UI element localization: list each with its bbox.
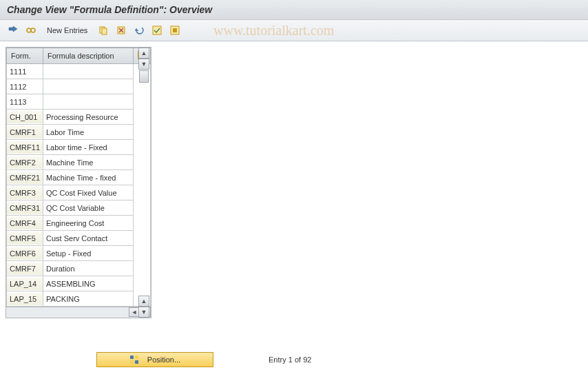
cell-desc: Duration bbox=[43, 262, 133, 275]
table-row[interactable]: LAP_14ASSEMBLING bbox=[7, 276, 151, 291]
svg-rect-10 bbox=[173, 28, 177, 32]
cell-desc: Processing Resource bbox=[43, 111, 133, 123]
cell-form: CMRF1 bbox=[7, 126, 43, 138]
cell-form: CMRF11 bbox=[7, 141, 43, 154]
entry-status: Entry 1 of 92 bbox=[269, 356, 311, 364]
cell-form: CMRF2 bbox=[7, 156, 43, 169]
toolbar: New Entries www.tutorialkart.com bbox=[0, 20, 588, 41]
cell-form: LAP_15 bbox=[7, 293, 43, 305]
cell-form[interactable]: 1112 bbox=[7, 81, 43, 93]
title-bar: Change View "Formula Definition": Overvi… bbox=[0, 0, 588, 20]
watermark: www.tutorialkart.com bbox=[213, 23, 334, 39]
cell-form: CMRF6 bbox=[7, 247, 43, 260]
scroll-down-button-bottom[interactable]: ▼ bbox=[138, 307, 149, 318]
table-row[interactable]: CH_001Processing Resource bbox=[7, 110, 151, 125]
content-area: Form. Formula description 1111 ▲ ▼ ▲ ▼ 1… bbox=[0, 41, 588, 324]
cell-form: CMRF3 bbox=[7, 187, 43, 199]
scroll-up-button[interactable]: ▲ bbox=[138, 48, 149, 59]
table-row[interactable]: CMRF2Machine Time bbox=[7, 155, 151, 170]
cell-form: CMRF7 bbox=[7, 262, 43, 275]
position-button[interactable]: Position... bbox=[96, 352, 213, 367]
table-container: Form. Formula description 1111 ▲ ▼ ▲ ▼ 1… bbox=[6, 47, 151, 318]
cell-desc: ASSEMBLING bbox=[43, 278, 133, 290]
data-table: Form. Formula description 1111 ▲ ▼ ▲ ▼ 1… bbox=[6, 48, 151, 307]
cell-desc: PACKING bbox=[43, 293, 133, 305]
cell-form: CH_001 bbox=[7, 111, 43, 123]
scroll-down-button[interactable]: ▼ bbox=[138, 59, 149, 70]
cell-form: CMRF5 bbox=[7, 232, 43, 245]
cell-desc: QC Cost Variable bbox=[43, 202, 133, 214]
scroll-thumb[interactable] bbox=[139, 70, 149, 83]
footer: Position... Entry 1 of 92 bbox=[0, 352, 588, 367]
svg-rect-11 bbox=[130, 356, 134, 359]
svg-point-0 bbox=[27, 28, 31, 32]
col-header-desc[interactable]: Formula description bbox=[43, 48, 134, 64]
table-row[interactable]: CMRF5Cust Serv Contact bbox=[7, 231, 151, 246]
svg-point-1 bbox=[31, 28, 35, 32]
cell-desc: Machine Time - fixed bbox=[43, 172, 133, 184]
table-row[interactable]: 1111 ▲ ▼ ▲ ▼ bbox=[7, 64, 151, 79]
svg-rect-13 bbox=[130, 360, 134, 364]
cell-desc: Labor Time bbox=[43, 126, 133, 138]
cell-desc: Cust Serv Contact bbox=[43, 232, 133, 245]
cell-form: LAP_14 bbox=[7, 278, 43, 290]
toggle-icon[interactable] bbox=[6, 23, 21, 38]
undo-icon[interactable] bbox=[132, 23, 147, 38]
deselect-all-icon[interactable] bbox=[167, 23, 182, 38]
col-header-form[interactable]: Form. bbox=[7, 48, 43, 64]
table-row[interactable]: LAP_15PACKING bbox=[7, 291, 151, 307]
svg-rect-8 bbox=[153, 26, 161, 34]
table-row[interactable]: CMRF6Setup - Fixed bbox=[7, 246, 151, 261]
copy-icon[interactable] bbox=[96, 23, 111, 38]
horizontal-scrollbar: ◄ ► bbox=[6, 307, 151, 318]
position-label: Position... bbox=[147, 356, 180, 364]
cell-desc: Labor time - Fixed bbox=[43, 141, 133, 154]
cell-desc: QC Cost Fixed Value bbox=[43, 187, 133, 199]
cell-desc bbox=[43, 100, 133, 104]
cell-desc: Engineering Cost bbox=[43, 217, 133, 229]
table-row[interactable]: CMRF4Engineering Cost bbox=[7, 216, 151, 231]
cell-form[interactable]: 1113 bbox=[7, 96, 43, 108]
select-all-icon[interactable] bbox=[149, 23, 165, 38]
glasses-icon[interactable] bbox=[23, 23, 39, 38]
position-icon bbox=[129, 355, 139, 364]
table-row[interactable]: CMRF7Duration bbox=[7, 261, 151, 276]
table-row[interactable]: 1112 bbox=[7, 79, 151, 94]
cell-desc: Machine Time bbox=[43, 156, 133, 169]
table-row[interactable]: CMRF11Labor time - Fixed bbox=[7, 140, 151, 155]
cell-desc: Setup - Fixed bbox=[43, 247, 133, 260]
svg-rect-4 bbox=[102, 28, 107, 34]
new-entries-button[interactable]: New Entries bbox=[41, 26, 93, 34]
cell-form: CMRF31 bbox=[7, 202, 43, 214]
cell-form: CMRF4 bbox=[7, 217, 43, 229]
delete-icon[interactable] bbox=[114, 23, 129, 38]
svg-rect-14 bbox=[135, 360, 138, 364]
vertical-scrollbar: ▲ ▼ ▲ ▼ bbox=[134, 64, 151, 307]
cell-form: CMRF21 bbox=[7, 172, 43, 184]
cell-form[interactable]: 1111 bbox=[7, 65, 43, 78]
cell-desc bbox=[43, 70, 133, 74]
scroll-up-button-bottom[interactable]: ▲ bbox=[138, 296, 149, 307]
table-row[interactable]: CMRF3QC Cost Fixed Value bbox=[7, 185, 151, 200]
page-title: Change View "Formula Definition": Overvi… bbox=[7, 4, 581, 15]
table-row[interactable]: CMRF21Machine Time - fixed bbox=[7, 170, 151, 185]
table-row[interactable]: CMRF31QC Cost Variable bbox=[7, 200, 151, 216]
cell-desc bbox=[43, 85, 133, 89]
table-row[interactable]: CMRF1Labor Time bbox=[7, 125, 151, 140]
table-row[interactable]: 1113 bbox=[7, 94, 151, 110]
svg-rect-12 bbox=[135, 356, 138, 359]
